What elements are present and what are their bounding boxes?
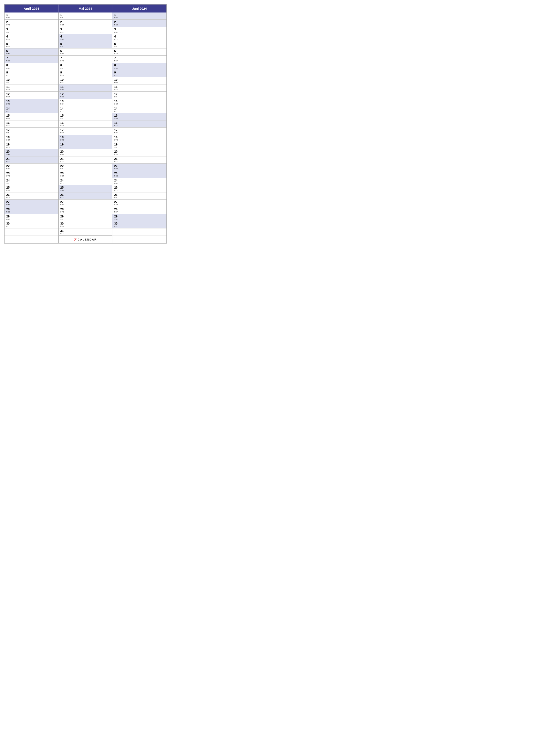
day-name: PON bbox=[6, 17, 57, 19]
day-name: UTO bbox=[114, 189, 165, 192]
day-cell: 31PET bbox=[59, 229, 113, 235]
day-cell: 7PET bbox=[113, 56, 166, 63]
day-name: SUB bbox=[60, 89, 111, 91]
day-cell: 20ČET bbox=[113, 149, 166, 156]
day-number: 2 bbox=[6, 20, 57, 24]
day-cell: 19SRI bbox=[113, 142, 166, 149]
day-cell: 1SRI bbox=[59, 13, 113, 20]
day-name: SRI bbox=[114, 45, 165, 48]
day-cell: 30NED bbox=[113, 221, 166, 228]
day-number: 23 bbox=[6, 172, 57, 175]
day-name: SRI bbox=[6, 182, 57, 184]
day-number: 6 bbox=[60, 49, 111, 53]
day-number: 20 bbox=[60, 150, 111, 153]
day-cell: 15PON bbox=[5, 113, 58, 120]
day-name: SUB bbox=[6, 53, 57, 55]
day-cell: 25ČET bbox=[5, 185, 58, 192]
day-cell: 13SUB bbox=[5, 99, 58, 106]
day-name: NED bbox=[114, 74, 165, 76]
day-number: 8 bbox=[60, 64, 111, 67]
day-name: SUB bbox=[114, 67, 165, 69]
day-number: 28 bbox=[60, 207, 111, 211]
day-cell: 28NED bbox=[5, 207, 58, 214]
day-number: 30 bbox=[114, 222, 165, 226]
day-name: UTO bbox=[6, 226, 57, 228]
day-name: ČET bbox=[6, 189, 57, 192]
day-cell: 4SUB bbox=[59, 34, 113, 41]
day-cell: 24SRI bbox=[5, 178, 58, 185]
day-number: 5 bbox=[114, 42, 165, 46]
day-number: 13 bbox=[60, 99, 111, 103]
day-number: 21 bbox=[114, 157, 165, 161]
day-number: 14 bbox=[60, 107, 111, 110]
april-col: 1PON2UTO3SRI4ČET5PET6SUB7NED8PON9UTO10SR… bbox=[5, 13, 59, 235]
day-number: 8 bbox=[6, 64, 57, 67]
day-number: 14 bbox=[6, 107, 57, 110]
day-number: 10 bbox=[114, 78, 165, 82]
days-grid: 1PON2UTO3SRI4ČET5PET6SUB7NED8PON9UTO10SR… bbox=[5, 13, 166, 235]
day-cell: 27PON bbox=[59, 200, 113, 207]
day-name: UTO bbox=[60, 110, 111, 113]
day-name: PON bbox=[6, 67, 57, 69]
day-cell: 22SRI bbox=[59, 164, 113, 171]
day-cell: 14UTO bbox=[59, 106, 113, 113]
day-name: PET bbox=[60, 182, 111, 184]
day-number: 10 bbox=[60, 78, 111, 82]
day-number: 27 bbox=[114, 200, 165, 204]
day-number: 23 bbox=[60, 172, 111, 175]
day-name: SUB bbox=[60, 139, 111, 141]
day-cell: 30UTO bbox=[5, 221, 58, 228]
day-cell: 26SRI bbox=[113, 192, 166, 200]
day-name: SRI bbox=[6, 31, 57, 33]
day-number: 6 bbox=[6, 49, 57, 53]
day-cell: 9ČET bbox=[59, 70, 113, 77]
day-cell: 5SRI bbox=[113, 41, 166, 48]
day-cell: 9UTO bbox=[5, 70, 58, 77]
day-number: 28 bbox=[114, 207, 165, 211]
day-cell: 14NED bbox=[5, 106, 58, 113]
day-name: PET bbox=[114, 110, 165, 113]
day-number: 2 bbox=[60, 20, 111, 24]
day-cell: 17PON bbox=[113, 127, 166, 135]
day-cell: 24PET bbox=[59, 178, 113, 185]
day-name: SUB bbox=[114, 218, 165, 221]
day-cell: 23UTO bbox=[5, 171, 58, 178]
day-cell: 19PET bbox=[5, 142, 58, 149]
day-name: PET bbox=[6, 96, 57, 98]
day-number: 15 bbox=[6, 114, 57, 118]
day-number: 6 bbox=[114, 49, 165, 53]
day-number: 17 bbox=[6, 128, 57, 132]
day-number: 19 bbox=[114, 143, 165, 146]
juni-col: 1SUB2NED3PON4UTO5SRI6ČET7PET8SUB9NED10PO… bbox=[113, 13, 166, 235]
day-name: NED bbox=[60, 45, 111, 48]
day-name: UTO bbox=[60, 161, 111, 163]
day-number: 26 bbox=[114, 193, 165, 197]
day-name: PET bbox=[114, 161, 165, 163]
day-cell: 28PET bbox=[113, 207, 166, 214]
day-number: 9 bbox=[60, 71, 111, 74]
day-number: 8 bbox=[114, 64, 165, 67]
day-cell: 22SUB bbox=[113, 164, 166, 171]
day-number: 27 bbox=[6, 200, 57, 204]
calendar-logo-icon: 7 bbox=[74, 237, 76, 242]
day-name: ČET bbox=[60, 74, 111, 76]
day-name: NED bbox=[60, 197, 111, 199]
day-number: 23 bbox=[114, 172, 165, 175]
day-number: 15 bbox=[114, 114, 165, 118]
day-cell: 13ČET bbox=[113, 99, 166, 106]
day-cell: 21UTO bbox=[59, 156, 113, 164]
day-name: NED bbox=[60, 96, 111, 98]
footer-empty-2 bbox=[113, 236, 166, 243]
day-number: 24 bbox=[60, 179, 111, 182]
day-number: 16 bbox=[114, 121, 165, 125]
day-number: 26 bbox=[6, 193, 57, 197]
day-name: ČET bbox=[114, 103, 165, 105]
day-number: 22 bbox=[114, 164, 165, 168]
day-cell: 23ČET bbox=[59, 171, 113, 178]
header-maj: Maj 2024 bbox=[59, 5, 113, 13]
day-cell: 14PET bbox=[113, 106, 166, 113]
day-name: PET bbox=[114, 211, 165, 213]
day-cell: 21NED bbox=[5, 156, 58, 164]
day-cell: 20SUB bbox=[5, 149, 58, 156]
day-name: ČET bbox=[60, 24, 111, 26]
